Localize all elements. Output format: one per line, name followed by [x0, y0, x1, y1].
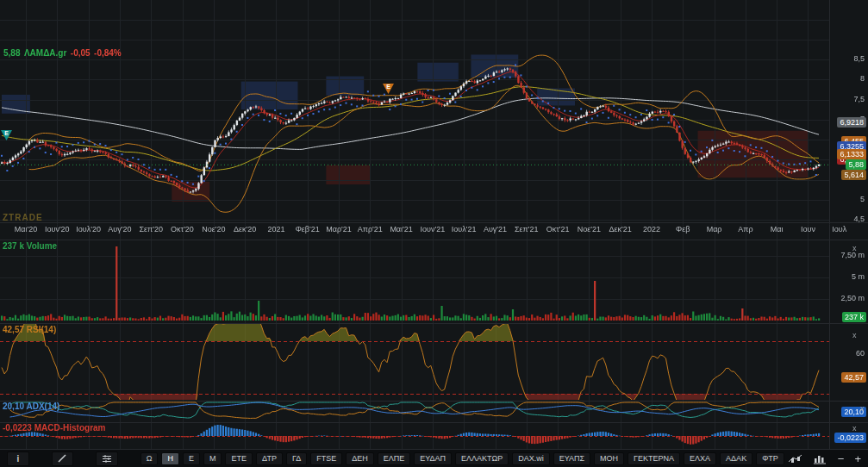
- volume-axis-tick: 7,50 m: [830, 251, 865, 259]
- tab-timeframe-Μ[interactable]: Μ: [203, 452, 222, 465]
- tab-ticker-ΕΛΧΑ[interactable]: ΕΛΧΑ: [684, 452, 716, 465]
- zoom-out-button[interactable]: −: [838, 453, 845, 464]
- tab-ticker-ΕΤΕ[interactable]: ΕΤΕ: [225, 452, 253, 465]
- tab-ticker-FTSE[interactable]: FTSE: [310, 452, 342, 465]
- tab-ticker-ΓΕΚΤΕΡΝΑ[interactable]: ΓΕΚΤΕΡΝΑ: [628, 452, 680, 465]
- info-icon: i: [16, 454, 19, 464]
- bottom-toolbar: i ΩΗΕΜΕΤΕΔΤΡΓΔFTSEΔΕΗΕΛΠΕΕΥΔΑΠΕΛΛΑΚΤΩΡDA…: [0, 449, 868, 467]
- tab-ticker-ΦΤΡ[interactable]: ΦΤΡ: [756, 452, 784, 465]
- adx-panel-close-icon[interactable]: x: [860, 405, 865, 413]
- symbol-name: ΛΑΜΔΑ.gr: [24, 48, 66, 58]
- volume-axis-tick: 5 m: [830, 272, 865, 281]
- macd-value-badge: -0,0223: [834, 433, 866, 443]
- symbol-change-pct: -0,84%: [94, 48, 122, 58]
- tab-ticker-ΑΔΑΚ[interactable]: ΑΔΑΚ: [720, 452, 752, 465]
- symbol-header: 5,88 ΛΑΜΔΑ.gr -0,05 -0,84%: [3, 44, 122, 59]
- volume-value-badge: 237 k: [842, 312, 866, 322]
- tab-ticker-ΔΤΡ[interactable]: ΔΤΡ: [256, 452, 283, 465]
- tab-ticker-ΕΛΛΑΚΤΩΡ[interactable]: ΕΛΛΑΚΤΩΡ: [455, 452, 509, 465]
- symbol-change: -0,05: [71, 48, 91, 58]
- tab-timeframe-Ω[interactable]: Ω: [141, 452, 159, 465]
- price-axis-badge: 6,1333: [837, 149, 866, 159]
- price-axis-tick: 8,5: [830, 54, 865, 63]
- price-axis-badge: 6,9218: [837, 117, 866, 128]
- tab-ticker-ΔΕΗ[interactable]: ΔΕΗ: [346, 452, 374, 465]
- price-axis-tick: 4,5: [830, 215, 865, 223]
- tab-timeframe-Ε[interactable]: Ε: [183, 452, 200, 465]
- x-axis-label: Ιουλ: [821, 225, 859, 234]
- rsi-axis-tick: 60: [830, 349, 865, 358]
- indicator-list-icon: [101, 453, 113, 464]
- tab-strip: ΩΗΕΜΕΤΕΔΤΡΓΔFTSEΔΕΗΕΛΠΕΕΥΔΑΠΕΛΛΑΚΤΩΡDAX.…: [141, 452, 784, 465]
- indicators-button[interactable]: [96, 451, 118, 466]
- price-axis-tick: 7,5: [830, 95, 865, 103]
- tab-ticker-ΜΟΗ[interactable]: ΜΟΗ: [594, 452, 624, 465]
- adx-panel-label: 20,10 ADX(14): [3, 402, 59, 411]
- tab-ticker-ΕΛΠΕ[interactable]: ΕΛΠΕ: [378, 452, 411, 465]
- platform-watermark: ZTRADE: [3, 213, 43, 222]
- trading-app-window: 5,88 ΛΑΜΔΑ.gr -0,05 -0,84% ZTRADE 237 k …: [0, 0, 868, 467]
- rsi-panel-close-icon[interactable]: x: [852, 332, 857, 339]
- candlestick-chart-icon[interactable]: [788, 453, 803, 464]
- toolbar-right-controls: − +: [788, 453, 861, 464]
- volume-panel-label: 237 k Volume: [3, 241, 57, 251]
- price-axis-badge: 5,88: [846, 159, 866, 170]
- tab-ticker-ΕΥΑΠΣ[interactable]: ΕΥΑΠΣ: [553, 452, 590, 465]
- volume-panel-close-icon[interactable]: x: [852, 245, 857, 252]
- tab-ticker-ΓΔ[interactable]: ΓΔ: [286, 452, 307, 465]
- macd-panel-close-icon[interactable]: x: [852, 425, 857, 433]
- price-axis-tick: 5: [830, 195, 865, 203]
- draw-button[interactable]: [52, 451, 74, 466]
- tab-ticker-DAX.wi[interactable]: DAX.wi: [512, 452, 550, 465]
- rsi-value-badge: 42,57: [841, 372, 866, 383]
- rsi-panel-label: 42,57 RSI(14): [3, 325, 56, 334]
- volume-axis-tick: 2,50 m: [830, 294, 865, 302]
- pencil-icon: [57, 453, 67, 464]
- price-axis-tick: 8: [830, 74, 865, 83]
- bar-chart-icon[interactable]: [814, 453, 827, 464]
- tab-timeframe-Η[interactable]: Η: [161, 452, 179, 465]
- tab-ticker-ΕΥΔΑΠ[interactable]: ΕΥΔΑΠ: [414, 452, 452, 465]
- macd-panel-label: -0,0223 MACD-Histogram: [3, 423, 105, 433]
- zoom-in-button[interactable]: +: [854, 453, 861, 464]
- symbol-price: 5,88: [3, 48, 20, 58]
- info-button[interactable]: i: [7, 451, 29, 466]
- price-axis-badge: 5,614: [841, 170, 866, 180]
